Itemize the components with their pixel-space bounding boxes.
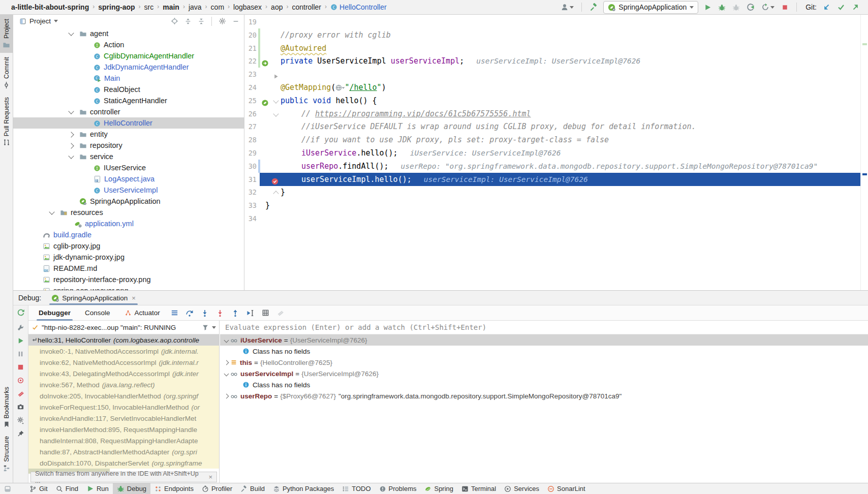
code-line[interactable]: }: [281, 186, 285, 199]
mute-breakpoints-button[interactable]: [17, 390, 24, 397]
step-out-button[interactable]: [231, 309, 239, 317]
variable-expand-arrow[interactable]: [222, 372, 230, 376]
statusbar-item-python-packages[interactable]: Python Packages: [269, 483, 338, 494]
git-commit-button[interactable]: [836, 2, 846, 12]
tree-item-action[interactable]: IAction: [13, 39, 244, 50]
tree-item-application-yml[interactable]: application.yml: [13, 218, 244, 229]
evaluate-expression-input[interactable]: Evaluate expression (Enter) or add a wat…: [220, 321, 868, 334]
code-line[interactable]: userServiceImpl.hello();userServiceImpl:…: [301, 173, 588, 186]
statusbar-item-todo[interactable]: TODO: [338, 483, 375, 494]
rerun-button[interactable]: [17, 308, 25, 317]
tree-collapse-arrow[interactable]: [68, 108, 74, 114]
tree-expand-arrow[interactable]: [68, 143, 74, 148]
code-line[interactable]: private UserServiceImpl userServiceImpl;…: [281, 54, 640, 68]
profiler-dropdown-button[interactable]: [760, 2, 776, 12]
tree-item-build-gradle[interactable]: build.gradle: [13, 229, 244, 240]
code-line[interactable]: // https://programming.vip/docs/61c5b675…: [301, 107, 531, 120]
tree-item-cglibdynamicagenthandler[interactable]: CCglibDynamicAgentHandler: [13, 50, 244, 61]
tab-actuator[interactable]: Actuator: [118, 305, 166, 321]
resume-button[interactable]: [17, 337, 24, 345]
code-line[interactable]: //iUserService DEFAULT is wrap around us…: [301, 120, 696, 133]
force-step-into-button[interactable]: [216, 309, 224, 317]
frame-row[interactable]: hello:31, HelloController(com.logbasex.a…: [28, 334, 219, 346]
frame-row[interactable]: doInvoke:205, InvocableHandlerMethod(org…: [28, 390, 219, 402]
code-line[interactable]: @GetMapping("/hello"): [281, 81, 386, 94]
tree-collapse-arrow[interactable]: [68, 153, 74, 159]
filter-funnel-icon[interactable]: [202, 324, 209, 331]
layout-settings-button[interactable]: [17, 416, 25, 424]
breadcrumb-item[interactable]: a-little-bit-about-spring: [11, 3, 89, 11]
statusbar-item-build[interactable]: Build: [236, 483, 269, 494]
code-line[interactable]: @Autowired: [281, 42, 326, 55]
statusbar-item-debug[interactable]: Debug: [113, 483, 150, 494]
frame-row[interactable]: invoke:567, Method(java.lang.reflect): [28, 379, 219, 390]
tree-collapse-arrow[interactable]: [49, 209, 54, 214]
profiler-button[interactable]: [746, 2, 756, 12]
settings-button[interactable]: [217, 17, 228, 26]
frame-row[interactable]: invokeAndHandle:117, ServletInvocableHan…: [28, 413, 219, 424]
tree-item-iuserservice[interactable]: IIUserService: [13, 162, 244, 173]
tree-item-userserviceimpl[interactable]: CUserServiceImpl: [13, 184, 244, 196]
settings-wrench-button[interactable]: [17, 324, 24, 331]
git-update-button[interactable]: [821, 2, 831, 12]
tree-item-jdkdynamicagenthandler[interactable]: CJdkDynamicAgentHandler: [13, 61, 244, 73]
editor-scrollbar[interactable]: [860, 15, 868, 290]
code-line[interactable]: iUserService.hello();iUserService: UserS…: [301, 146, 561, 160]
stripe-item-commit[interactable]: Commit: [0, 53, 13, 93]
fold-marker[interactable]: [273, 98, 278, 103]
variable-expand-arrow[interactable]: [222, 361, 230, 364]
frame-row[interactable]: invokeForRequest:150, InvocableHandlerMe…: [28, 402, 219, 413]
code-line[interactable]: }: [265, 199, 270, 212]
user-button[interactable]: [560, 2, 575, 12]
thread-selector[interactable]: "http-nio-8282-exec...oup "main": RUNNIN…: [28, 321, 219, 334]
window-toggle-icon[interactable]: [4, 485, 11, 492]
tree-item-staticagenthandler[interactable]: CStaticAgentHandler: [13, 95, 244, 106]
tree-item-logaspect-java[interactable]: JLogAspect.java: [13, 173, 244, 184]
statusbar-item-run[interactable]: Run: [82, 483, 113, 494]
tree-item-spring-aop-weaver-png[interactable]: spring-aop-weaver.png: [13, 285, 244, 290]
run-to-cursor-button[interactable]: [246, 309, 255, 317]
debug-session-tab[interactable]: SpringAopApplication×: [48, 291, 139, 305]
tree-item-repository[interactable]: repository: [13, 140, 244, 151]
pin-button[interactable]: [17, 430, 24, 438]
coverage-button[interactable]: [731, 3, 741, 12]
step-into-button[interactable]: [201, 309, 209, 317]
variable-expand-arrow[interactable]: [222, 394, 230, 398]
frame-row[interactable]: invokeHandlerMethod:895, RequestMappingH…: [28, 424, 219, 435]
tree-item-hellocontroller[interactable]: CHelloController: [13, 117, 244, 129]
code-line[interactable]: public void hello() {: [281, 94, 377, 107]
breadcrumb-item[interactable]: spring-aop: [98, 3, 135, 11]
menu-button[interactable]: [171, 309, 178, 317]
tree-item-service[interactable]: service: [13, 151, 244, 162]
tree-item-realobject[interactable]: CRealObject: [13, 84, 244, 95]
stop-button[interactable]: [780, 3, 790, 12]
statusbar-item-sonarlint[interactable]: SonarLint: [543, 483, 590, 494]
view-breakpoints-button[interactable]: [17, 377, 24, 384]
stop-button[interactable]: [17, 363, 24, 371]
locate-file-button[interactable]: [169, 17, 180, 26]
tree-expand-arrow[interactable]: [68, 132, 74, 137]
close-icon[interactable]: ×: [132, 294, 136, 302]
expand-all-button[interactable]: [183, 17, 193, 25]
variable-row-iUserService[interactable]: iUserService={UserServiceImpl@7626}: [220, 334, 868, 346]
stripe-item-structure[interactable]: Structure: [0, 432, 13, 476]
view-breakpoints-grid-button[interactable]: [262, 309, 269, 317]
breadcrumb-item[interactable]: main: [163, 3, 179, 11]
fold-marker[interactable]: [273, 191, 278, 197]
breadcrumb-item[interactable]: java: [189, 3, 202, 11]
tree-item-resources[interactable]: resources: [13, 207, 244, 218]
code-line[interactable]: //proxy error with cglib: [281, 28, 391, 42]
tree-item-cglib-proxy-jpg[interactable]: cglib-proxy.jpg: [13, 240, 244, 252]
git-push-button[interactable]: [851, 2, 861, 12]
tree-item-main[interactable]: CMain: [13, 73, 244, 84]
frame-row[interactable]: handleInternal:808, RequestMappingHandle…: [28, 435, 219, 446]
frame-row[interactable]: invoke:62, NativeMethodAccessorImpl(jdk.…: [28, 357, 219, 368]
frame-row[interactable]: invoke0:-1, NativeMethodAccessorImpl(jdk…: [28, 346, 219, 357]
step-over-button[interactable]: [185, 309, 194, 317]
code-line[interactable]: userRepo.findAll();userRepo: "org.spring…: [301, 160, 818, 173]
breadcrumb-item[interactable]: com: [211, 3, 224, 11]
statusbar-item-spring[interactable]: Spring: [420, 483, 457, 494]
tab-debugger[interactable]: Debugger: [33, 305, 77, 321]
tree-item-springaopapplication[interactable]: SpringAopApplication: [13, 196, 244, 207]
variable-row-userRepo[interactable]: userRepo={$Proxy66@7627}"org.springframe…: [220, 390, 868, 402]
